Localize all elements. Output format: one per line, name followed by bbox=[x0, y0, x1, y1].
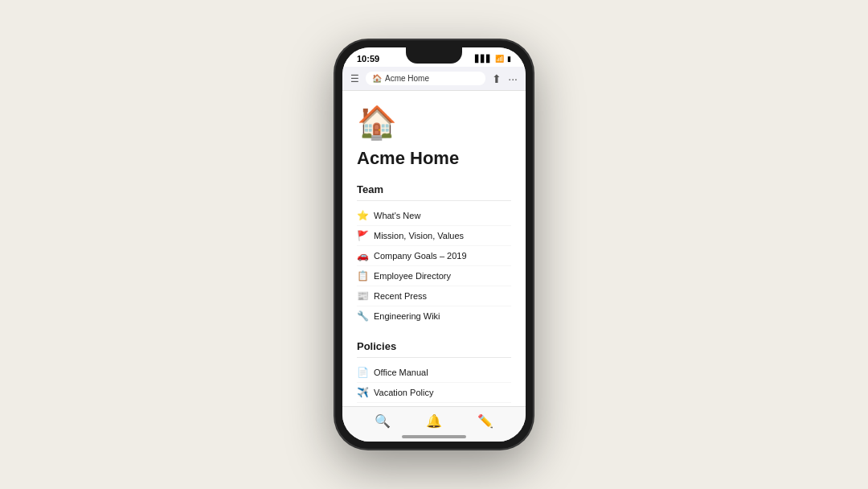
search-icon: 🔍 bbox=[375, 413, 391, 429]
tab-search[interactable]: 🔍 bbox=[375, 413, 391, 429]
item-label: Recent Press bbox=[374, 291, 427, 301]
list-item[interactable]: 🔧 Engineering Wiki bbox=[357, 306, 511, 326]
page-title: Acme Home bbox=[357, 148, 511, 169]
list-item[interactable]: 📄 Office Manual bbox=[357, 363, 511, 383]
item-emoji-icon: 📋 bbox=[357, 270, 369, 281]
status-icons: ▋▋▋ 📶 ▮ bbox=[475, 55, 511, 63]
item-emoji-icon: ✈️ bbox=[357, 387, 369, 398]
item-emoji-icon: 📄 bbox=[357, 367, 369, 378]
list-item[interactable]: 📰 Recent Press bbox=[357, 286, 511, 306]
status-time: 10:59 bbox=[357, 54, 379, 64]
share-icon[interactable]: ⬆ bbox=[492, 72, 502, 85]
url-text: Acme Home bbox=[385, 74, 429, 83]
browser-url-bar[interactable]: 🏠 Acme Home bbox=[366, 72, 485, 85]
item-emoji-icon: 🔧 bbox=[357, 310, 369, 322]
tab-notifications[interactable]: 🔔 bbox=[426, 413, 442, 429]
browser-actions: ⬆ ··· bbox=[492, 72, 518, 85]
item-emoji-icon: 🚗 bbox=[357, 250, 369, 261]
list-item[interactable]: ✈️ Vacation Policy bbox=[357, 383, 511, 403]
url-favicon: 🏠 bbox=[372, 74, 382, 83]
list-item[interactable]: 🚩 Mission, Vision, Values bbox=[357, 226, 511, 246]
list-item[interactable]: 🚗 Company Goals – 2019 bbox=[357, 246, 511, 266]
item-label: Mission, Vision, Values bbox=[374, 231, 464, 240]
phone-notch bbox=[406, 47, 462, 64]
signal-icon: ▋▋▋ bbox=[475, 55, 492, 63]
bell-icon: 🔔 bbox=[426, 413, 442, 429]
hamburger-icon[interactable]: ☰ bbox=[350, 73, 359, 84]
item-emoji-icon: 📰 bbox=[357, 290, 369, 302]
policies-list: 📄 Office Manual ✈️ Vacation Policy 😊 Req… bbox=[357, 363, 511, 406]
page-emoji-icon: 🏠 bbox=[357, 104, 511, 142]
item-label: Company Goals – 2019 bbox=[374, 251, 467, 261]
item-emoji-icon: ⭐ bbox=[357, 210, 369, 221]
more-icon[interactable]: ··· bbox=[508, 72, 518, 85]
battery-icon: ▮ bbox=[507, 55, 511, 63]
edit-icon: ✏️ bbox=[477, 413, 493, 429]
phone-screen: 10:59 ▋▋▋ 📶 ▮ ☰ 🏠 Acme Home ⬆ ··· 🏠 Acme… bbox=[342, 47, 526, 442]
browser-bar: ☰ 🏠 Acme Home ⬆ ··· bbox=[342, 67, 526, 91]
home-indicator bbox=[402, 435, 466, 438]
section-header-team: Team bbox=[357, 183, 511, 201]
list-item[interactable]: 📋 Employee Directory bbox=[357, 266, 511, 286]
tab-compose[interactable]: ✏️ bbox=[477, 413, 493, 429]
phone-device: 10:59 ▋▋▋ 📶 ▮ ☰ 🏠 Acme Home ⬆ ··· 🏠 Acme… bbox=[334, 39, 534, 450]
item-label: Office Manual bbox=[374, 368, 428, 377]
wifi-icon: 📶 bbox=[495, 55, 504, 63]
item-label: What's New bbox=[374, 211, 420, 220]
item-emoji-icon: 🚩 bbox=[357, 230, 369, 241]
section-header-policies: Policies bbox=[357, 340, 511, 358]
item-label: Employee Directory bbox=[374, 271, 451, 281]
item-label: Engineering Wiki bbox=[374, 311, 440, 321]
team-list: ⭐ What's New 🚩 Mission, Vision, Values 🚗… bbox=[357, 206, 511, 326]
page-content: 🏠 Acme Home Team ⭐ What's New 🚩 Mission,… bbox=[342, 91, 526, 406]
list-item[interactable]: ⭐ What's New bbox=[357, 206, 511, 226]
item-label: Vacation Policy bbox=[374, 388, 433, 397]
